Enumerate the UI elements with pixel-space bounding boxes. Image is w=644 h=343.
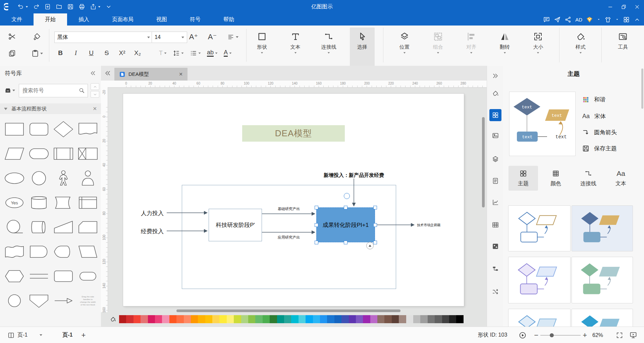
color-swatch[interactable]: [363, 315, 370, 323]
flow2-label[interactable]: 应用研究产出: [269, 235, 309, 240]
color-swatch[interactable]: [133, 315, 141, 323]
color-swatch[interactable]: [176, 315, 183, 323]
color-swatch[interactable]: [191, 315, 198, 323]
close-button[interactable]: [632, 2, 642, 11]
dock-theme-button[interactable]: [489, 109, 501, 121]
output-label[interactable]: 技术市场交易额: [417, 223, 444, 228]
presentation-play-button[interactable]: [519, 331, 527, 339]
shape-arrow-line[interactable]: [51, 288, 75, 313]
full-screen-present-button[interactable]: [629, 331, 637, 339]
color-swatch[interactable]: [299, 315, 306, 323]
bold-button[interactable]: B: [54, 47, 67, 59]
print-button[interactable]: [78, 3, 85, 10]
caret-down-button[interactable]: [597, 17, 601, 21]
color-swatch[interactable]: [406, 315, 413, 323]
theme-option-宋体[interactable]: Aa宋体: [582, 110, 606, 122]
shape-internal-storage[interactable]: [75, 190, 100, 215]
color-swatch[interactable]: [384, 315, 391, 323]
color-swatch[interactable]: [320, 315, 327, 323]
shape-loop-limit[interactable]: [2, 215, 26, 239]
vertical-scrollbar[interactable]: [482, 117, 485, 207]
dock-clipart-button[interactable]: [489, 240, 501, 252]
vip-badge-button[interactable]: [586, 16, 593, 23]
color-swatch[interactable]: [370, 315, 377, 323]
add-page-button[interactable]: +: [81, 331, 86, 340]
shape-trapezoid[interactable]: [51, 215, 75, 239]
search-input[interactable]: [22, 87, 73, 94]
menu-tab-帮助[interactable]: 帮助: [212, 13, 246, 26]
menu-tab-符号[interactable]: 符号: [178, 13, 212, 26]
redo-button[interactable]: [33, 3, 40, 10]
shape-wave[interactable]: [2, 239, 26, 264]
fill-color-icon[interactable]: [110, 316, 116, 323]
shape-section-header[interactable]: 基本流程图形状 ✕: [0, 103, 101, 114]
theme-preview-card[interactable]: text text text text: [509, 92, 576, 156]
decrease-font-button[interactable]: A⁻: [205, 30, 219, 44]
color-swatch[interactable]: [313, 315, 320, 323]
color-swatch[interactable]: [392, 315, 399, 323]
color-swatch[interactable]: [399, 315, 406, 323]
shape-skewed-quad[interactable]: [75, 239, 100, 264]
selection-handle[interactable]: [315, 206, 318, 209]
theme-card-4[interactable]: [572, 257, 633, 303]
color-swatch[interactable]: [148, 315, 155, 323]
theme-tab-主题[interactable]: 主题: [508, 166, 538, 191]
document-tab[interactable]: DEA模型 ✕: [114, 68, 187, 81]
color-swatch[interactable]: [126, 315, 133, 323]
color-swatch[interactable]: [263, 315, 270, 323]
color-swatch[interactable]: [141, 315, 148, 323]
canvas-viewport[interactable]: DEA模型 人力投入 经费投入 基础研究产出: [108, 87, 487, 312]
dock-expand-panel-button[interactable]: [489, 70, 501, 82]
shape-collate[interactable]: [75, 141, 100, 166]
shape-yes-oval[interactable]: Yes: [2, 190, 26, 215]
font-family-select[interactable]: 黑体: [54, 32, 153, 43]
color-swatch[interactable]: [449, 315, 456, 323]
italic-button[interactable]: I: [69, 47, 83, 59]
page-tab[interactable]: 页-1: [62, 332, 72, 339]
shape-diamond[interactable]: [51, 117, 75, 141]
shape-circle-2[interactable]: [2, 288, 26, 313]
dock-replace-shape-button[interactable]: [489, 286, 501, 298]
shape-database[interactable]: [26, 190, 51, 215]
color-swatch[interactable]: [119, 315, 126, 323]
dock-task-button[interactable]: [489, 263, 501, 275]
ribbon-样式-button[interactable]: 样式: [568, 28, 593, 66]
menu-tab-页面布局[interactable]: 页面布局: [101, 13, 145, 26]
apps-grid-button[interactable]: [623, 16, 630, 23]
color-swatch[interactable]: [162, 315, 169, 323]
line-spacing-button[interactable]: [171, 47, 185, 59]
shape-display[interactable]: [51, 239, 75, 264]
color-swatch[interactable]: [341, 315, 348, 323]
shape-predefined-process[interactable]: [51, 141, 75, 166]
zoom-slider-thumb[interactable]: [550, 333, 554, 337]
color-swatch[interactable]: [428, 315, 435, 323]
paste-button[interactable]: [30, 47, 44, 60]
send-button[interactable]: [554, 16, 561, 23]
share-nodes-button[interactable]: [565, 16, 572, 23]
diagram-title-shape[interactable]: DEA模型: [242, 125, 345, 142]
shape-double-line[interactable]: [26, 264, 51, 288]
ribbon-文本-button[interactable]: 文本: [283, 28, 308, 66]
selection-handle[interactable]: [344, 206, 347, 209]
cut-button[interactable]: [5, 30, 19, 43]
search-icon[interactable]: [78, 87, 85, 94]
selection-handle[interactable]: [373, 241, 377, 244]
color-swatch[interactable]: [377, 315, 384, 323]
theme-card-2[interactable]: [572, 205, 633, 251]
close-tab-icon[interactable]: ✕: [179, 71, 183, 77]
underline-color-button[interactable]: A: [222, 47, 233, 59]
input1-label[interactable]: 人力投入: [141, 209, 165, 217]
tshirt-button[interactable]: [604, 16, 611, 23]
quick-action-handle[interactable]: [366, 242, 374, 249]
collapse-tabs-button[interactable]: [104, 69, 111, 77]
rotation-handle[interactable]: [344, 193, 350, 199]
increase-font-button[interactable]: A⁺: [186, 30, 201, 44]
subscript-button[interactable]: X₂: [131, 47, 144, 59]
menu-tab-开始[interactable]: 开始: [34, 13, 67, 26]
color-swatch[interactable]: [212, 315, 219, 323]
shape-rectangle[interactable]: [2, 117, 26, 141]
dock-layers-button[interactable]: [489, 153, 501, 165]
chevron-up-button[interactable]: [634, 16, 641, 23]
color-swatch[interactable]: [155, 315, 162, 323]
color-swatch[interactable]: [219, 315, 226, 323]
